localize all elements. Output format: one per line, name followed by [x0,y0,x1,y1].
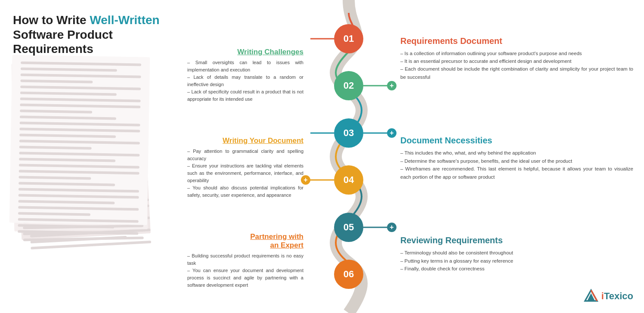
timeline-nodes: 01 02 + 03 + + 04 05 [310,9,387,304]
reviewing-requirements-title: Reviewing Requirements [400,236,633,245]
paper-stack [9,56,155,250]
node-circle-02: 02 [334,71,363,100]
timeline-node-05: 05 + [310,213,387,242]
writing-challenges-title: Writing Challenges [187,48,303,56]
main-container: How to Write Well-WrittenSoftware Produc… [0,0,644,313]
itexico-logo-icon [583,288,599,304]
timeline-node-04: + 04 [310,165,387,195]
line-left-04 [310,180,334,181]
timeline-node-06: 06 [310,260,387,289]
node-circle-05: 05 [334,213,363,242]
writing-document-block: Writing Your Document – Pay attention to… [187,136,303,199]
line-left-03 [310,132,334,133]
line-left-01 [310,38,334,39]
left-section: How to Write Well-WrittenSoftware Produc… [0,0,181,313]
middle-left-section: Writing Challenges – Small oversights ca… [181,0,310,313]
writing-challenges-content: – Small oversights can lead to issues wi… [187,59,303,103]
partnering-block: Partnering withan Expert – Building succ… [187,232,303,289]
timeline-node-02: 02 + [310,71,387,100]
plus-right-05: + [387,223,396,232]
partnering-content: – Building successful product requiremen… [187,252,303,289]
document-necessities-block: Document Necessities – This includes the… [400,136,633,181]
document-necessities-content: – This includes the who, what, and why b… [400,149,633,181]
plus-right-03: + [387,128,396,138]
node-circle-06: 06 [334,260,363,289]
requirements-document-content: – Is a collection of information outlini… [400,50,633,81]
main-title: How to Write Well-WrittenSoftware Produc… [13,13,172,56]
writing-document-content: – Pay attention to grammatical clarity a… [187,148,303,199]
paper-3 [9,55,150,225]
timeline-node-01: 01 [310,24,387,53]
logo-text: iTexico [601,291,633,302]
title-highlight: Well-Written [90,13,159,27]
writing-document-title: Writing Your Document [187,136,303,145]
logo-area: iTexico [583,288,633,304]
line-right-05 [363,226,387,228]
timeline-section: 01 02 + 03 + + 04 05 [310,0,387,313]
line-right-02 [363,85,387,87]
requirements-document-title: Requirements Document [400,36,633,46]
node-circle-01: 01 [334,24,363,53]
timeline-node-03: 03 + [310,118,387,148]
right-section: Requirements Document – Is a collection … [387,0,644,313]
requirements-document-block: Requirements Document – Is a collection … [400,36,633,81]
partnering-title: Partnering withan Expert [187,232,303,250]
logo-i: i [601,291,604,301]
document-necessities-title: Document Necessities [400,136,633,146]
reviewing-requirements-content: – Terminology should also be consistent … [400,249,633,273]
writing-challenges-block: Writing Challenges – Small oversights ca… [187,48,303,103]
node-circle-04: 04 [334,165,363,195]
node-circle-03: 03 [334,118,363,148]
paper-lines-3 [18,62,141,239]
reviewing-requirements-block: Reviewing Requirements – Terminology sho… [400,236,633,273]
line-right-03 [363,132,387,133]
plus-right-02: + [387,81,396,90]
